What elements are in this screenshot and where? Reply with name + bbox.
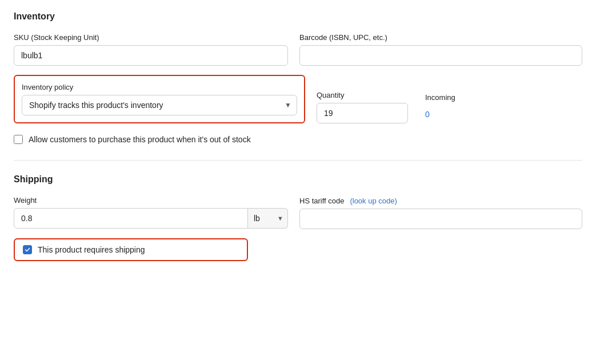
hs-tariff-label-row: HS tariff code (look up code) [299,196,582,205]
weight-label: Weight [14,196,288,205]
section-divider [14,160,582,161]
inventory-policy-select[interactable]: Shopify tracks this product's inventory … [22,95,297,115]
hs-tariff-input[interactable] [299,209,582,229]
incoming-value[interactable]: 0 [425,105,455,123]
sku-label: SKU (Stock Keeping Unit) [14,33,288,42]
inventory-policy-label: Inventory policy [22,83,297,91]
quantity-input[interactable] [317,103,408,123]
out-of-stock-label: Allow customers to purchase this product… [29,135,251,144]
barcode-input[interactable] [299,45,582,66]
sku-input[interactable] [14,45,288,66]
weight-input-group: lb kg oz g ▼ [14,208,288,229]
inventory-policy-select-wrapper: Shopify tracks this product's inventory … [22,95,297,115]
out-of-stock-row: Allow customers to purchase this product… [14,133,582,146]
quantity-label: Quantity [317,91,408,99]
hs-tariff-label: HS tariff code [299,197,345,205]
hs-tariff-lookup-link[interactable]: (look up code) [350,197,397,205]
inventory-policy-highlighted-box: Inventory policy Shopify tracks this pro… [14,75,305,123]
incoming-label: Incoming [425,93,455,102]
out-of-stock-checkbox[interactable] [14,135,23,144]
requires-shipping-box: This product requires shipping [14,238,248,261]
weight-unit-select[interactable]: lb kg oz g [248,208,288,229]
weight-unit-select-wrapper: lb kg oz g ▼ [248,208,288,229]
barcode-label: Barcode (ISBN, UPC, etc.) [299,33,582,42]
requires-shipping-checkbox[interactable] [23,245,32,254]
weight-input[interactable] [14,208,248,229]
shipping-title: Shipping [14,174,582,185]
inventory-title: Inventory [14,11,582,22]
requires-shipping-label: This product requires shipping [38,245,145,254]
shipping-section: Shipping Weight lb kg oz g ▼ HS tar [14,174,582,261]
